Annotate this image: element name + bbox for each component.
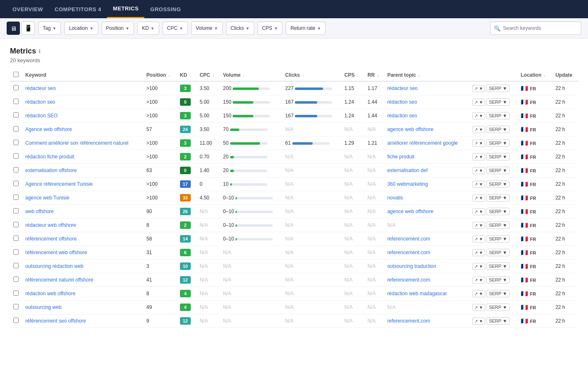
serp-button[interactable]: SERP ▼	[486, 208, 510, 215]
keyword-link[interactable]: web offshore	[25, 209, 54, 214]
cpc-filter[interactable]: CPC ▼	[163, 22, 188, 35]
tag-filter[interactable]: Tag ▼	[38, 22, 61, 35]
keyword-link[interactable]: rédacteur seo	[25, 85, 56, 91]
th-parent[interactable]: Parent topic ↕	[384, 69, 469, 81]
parent-link[interactable]: agence web offshore	[387, 126, 433, 132]
location-filter[interactable]: Location ▼	[64, 22, 98, 35]
trend-button[interactable]: ↗ ▼	[472, 249, 485, 256]
keyword-link[interactable]: outsourcing web	[25, 304, 61, 310]
row-checkbox[interactable]	[13, 194, 19, 200]
serp-button[interactable]: SERP ▼	[486, 304, 510, 311]
row-checkbox[interactable]	[13, 318, 19, 323]
mobile-btn[interactable]: 📱	[22, 22, 35, 35]
row-checkbox[interactable]	[13, 112, 19, 118]
nav-metrics[interactable]: METRICS	[107, 0, 144, 18]
keyword-link[interactable]: référencement seo offshore	[25, 318, 86, 324]
trend-button[interactable]: ↗ ▼	[472, 290, 485, 297]
serp-button[interactable]: SERP ▼	[486, 194, 510, 202]
parent-link[interactable]: rédaction seo	[387, 113, 417, 119]
parent-link[interactable]: rédaction web madagascar	[387, 291, 447, 296]
keyword-link[interactable]: référencement web offshore	[25, 250, 87, 255]
kd-filter[interactable]: KD ▼	[137, 22, 159, 35]
trend-button[interactable]: ↗ ▼	[472, 222, 485, 229]
trend-button[interactable]: ↗ ▼	[472, 304, 485, 311]
serp-button[interactable]: SERP ▼	[486, 235, 510, 243]
parent-link[interactable]: outsourcing traduction	[387, 263, 436, 269]
trend-button[interactable]: ↗ ▼	[472, 208, 485, 215]
trend-button[interactable]: ↗ ▼	[472, 140, 485, 147]
keyword-link[interactable]: référencement offshore	[25, 236, 77, 242]
parent-link[interactable]: referencement.com	[387, 236, 430, 242]
row-checkbox[interactable]	[13, 181, 19, 186]
keyword-link[interactable]: référencement naturel offshore	[25, 277, 93, 283]
keyword-link[interactable]: rédaction web offshore	[25, 291, 75, 296]
keyword-link[interactable]: agence web Tunisie	[25, 195, 69, 201]
parent-link[interactable]: fiche produit	[387, 154, 414, 160]
keyword-link[interactable]: outsourcing rédaction web	[25, 263, 83, 269]
trend-button[interactable]: ↗ ▼	[472, 263, 485, 270]
trend-button[interactable]: ↗ ▼	[472, 112, 485, 119]
keyword-link[interactable]: Agence référencement Tunisie	[25, 181, 93, 187]
serp-button[interactable]: SERP ▼	[486, 180, 510, 188]
nav-grossing[interactable]: GROSSING	[144, 0, 187, 18]
nav-overview[interactable]: OVERVIEW	[7, 0, 49, 18]
serp-button[interactable]: SERP ▼	[486, 221, 510, 229]
trend-button[interactable]: ↗ ▼	[472, 194, 485, 202]
serp-button[interactable]: SERP ▼	[486, 249, 510, 256]
parent-link[interactable]: agence web offshore	[387, 209, 433, 214]
search-input[interactable]	[503, 25, 578, 31]
info-icon[interactable]: ℹ	[39, 49, 41, 54]
row-checkbox[interactable]	[13, 236, 19, 241]
keyword-link[interactable]: Comment améliorer son référencement natu…	[25, 140, 129, 146]
clicks-filter[interactable]: Clicks ▼	[226, 22, 254, 35]
serp-button[interactable]: SERP ▼	[486, 167, 510, 174]
serp-button[interactable]: SERP ▼	[486, 276, 510, 284]
trend-button[interactable]: ↗ ▼	[472, 167, 485, 174]
keyword-link[interactable]: rédaction fiche produit	[25, 154, 74, 160]
serp-button[interactable]: SERP ▼	[486, 126, 510, 133]
trend-button[interactable]: ↗ ▼	[472, 236, 485, 243]
row-checkbox[interactable]	[13, 290, 19, 296]
returnrate-filter[interactable]: Return rate ▼	[286, 22, 326, 35]
row-checkbox[interactable]	[13, 249, 19, 255]
trend-button[interactable]: ↗ ▼	[472, 318, 485, 325]
row-checkbox[interactable]	[13, 85, 19, 90]
serp-button[interactable]: SERP ▼	[486, 112, 510, 119]
th-kd[interactable]: KD ↕	[177, 69, 197, 81]
row-checkbox[interactable]	[13, 208, 19, 214]
keyword-link[interactable]: externalisation offshore	[25, 168, 77, 173]
nav-competitors[interactable]: COMPETITORS 4	[49, 0, 107, 18]
select-all-checkbox[interactable]	[13, 72, 19, 77]
trend-button[interactable]: ↗ ▼	[472, 153, 485, 160]
position-filter[interactable]: Position ▼	[102, 22, 134, 35]
row-checkbox[interactable]	[13, 140, 19, 145]
trend-button[interactable]: ↗ ▼	[472, 181, 485, 188]
serp-button[interactable]: SERP ▼	[486, 153, 510, 160]
parent-link[interactable]: referencement.com	[387, 318, 430, 324]
keyword-link[interactable]: Agence web offshore	[25, 126, 72, 132]
parent-link[interactable]: novatis	[387, 195, 403, 201]
keyword-link[interactable]: rédaction seo	[25, 99, 55, 105]
serp-button[interactable]: SERP ▼	[486, 98, 510, 106]
parent-link[interactable]: 360 webmarketing	[387, 181, 428, 187]
trend-button[interactable]: ↗ ▼	[472, 126, 485, 133]
parent-link[interactable]: rédaction seo	[387, 99, 417, 105]
row-checkbox[interactable]	[13, 304, 19, 309]
serp-button[interactable]: SERP ▼	[486, 85, 510, 92]
th-cpc[interactable]: CPC ↕	[196, 69, 219, 81]
row-checkbox[interactable]	[13, 167, 19, 172]
serp-button[interactable]: SERP ▼	[486, 317, 510, 325]
cps-filter[interactable]: CPS ▼	[258, 22, 283, 35]
row-checkbox[interactable]	[13, 153, 19, 159]
row-checkbox[interactable]	[13, 99, 19, 104]
th-position[interactable]: Position ↕	[143, 69, 177, 81]
th-volume[interactable]: Volume ↓	[220, 69, 282, 81]
serp-button[interactable]: SERP ▼	[486, 290, 510, 297]
row-checkbox[interactable]	[13, 126, 19, 131]
th-keyword[interactable]: Keyword	[22, 69, 143, 81]
keyword-link[interactable]: rédaction SEO	[25, 113, 58, 119]
serp-button[interactable]: SERP ▼	[486, 139, 510, 147]
parent-link[interactable]: referencement.com	[387, 277, 430, 283]
keyword-link[interactable]: rédacteur web offshore	[25, 222, 76, 228]
th-clicks[interactable]: Clicks ↕	[282, 69, 341, 81]
